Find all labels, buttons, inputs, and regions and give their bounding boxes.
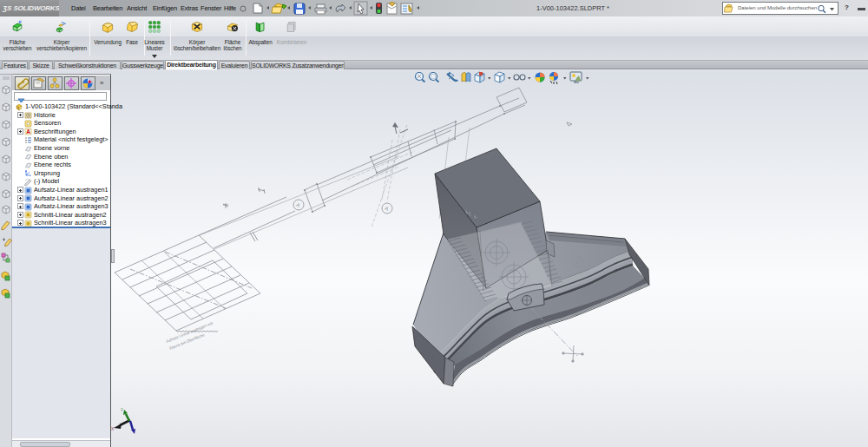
svg-text:A: A (26, 128, 30, 135)
svg-text:y: y (121, 406, 123, 411)
